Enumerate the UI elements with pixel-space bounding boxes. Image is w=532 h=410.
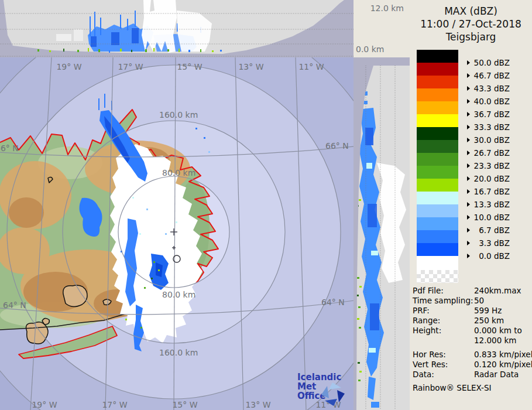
metadata-value: Radar Data [474, 370, 532, 380]
radar-echo-right-white [377, 163, 406, 283]
metadata-label: Data: [413, 370, 474, 380]
radar-display-app: { "header": { "product": "MAX (dBZ)", "d… [0, 0, 532, 410]
radar-map-panel: 19° W 17° W 15° W 13° W 11° W 19° W 17° … [0, 57, 353, 410]
radar-echo-right-blue [359, 91, 384, 408]
metadata-value: 599 Hz [474, 306, 532, 316]
metadata-value: 0.000 km to [474, 326, 532, 336]
metadata-value: 240km.max [474, 286, 532, 296]
legend-swatch [417, 179, 458, 192]
legend-swatch [417, 153, 458, 166]
metadata-label: Height: [413, 326, 474, 336]
legend-row: 0.0 dBZ [417, 243, 528, 256]
height-axis-min-label: 0.0 km [356, 45, 384, 54]
legend-row: 13.3 dBZ [417, 192, 528, 204]
legend-row: 33.3 dBZ [417, 114, 528, 127]
legend-row: 16.7 dBZ [417, 179, 528, 192]
legend-row: 36.7 dBZ [417, 101, 528, 114]
legend-swatch [417, 166, 458, 179]
legend-row: 23.3 dBZ [417, 153, 528, 166]
dbz-color-legend: 50.0 dBZ 46.7 dBZ 43.3 dBZ 40.0 dBZ 36.7… [417, 50, 528, 283]
metadata-label: Pdf File: [413, 286, 474, 296]
metadata-label: Vert Res: [413, 360, 474, 370]
metadata-row: Hor Res:0.833 km/pixel [413, 350, 532, 360]
legend-swatch [417, 204, 458, 217]
product-name: MAX (dBZ) [410, 5, 532, 18]
cross-section-top-panel [0, 0, 353, 57]
metadata-row: Pdf File:240km.max [413, 286, 532, 296]
metadata-value: 0.120 km/pixel [474, 360, 532, 370]
legend-swatch [417, 230, 458, 243]
radar-map-canvas [0, 57, 353, 410]
legend-swatch [417, 101, 458, 114]
info-sidebar: MAX (dBZ) 11:00 / 27-Oct-2018 Teigsbjarg… [410, 0, 532, 410]
legend-swatch [417, 243, 458, 256]
legend-swatch [417, 127, 458, 140]
legend-row: 10.0 dBZ [417, 204, 528, 217]
cross-section-right-canvas [353, 57, 410, 410]
cross-section-top-canvas [0, 0, 353, 57]
legend-row: 26.7 dBZ [417, 140, 528, 153]
product-datetime: 11:00 / 27-Oct-2018 [410, 18, 532, 30]
cross-section-right-panel [353, 57, 410, 410]
legend-row: 6.7 dBZ [417, 217, 528, 230]
metadata-row: Range:250 km [413, 316, 532, 326]
metadata-row: Vert Res:0.120 km/pixel [413, 360, 532, 370]
legend-value: 0.0 dBZ [473, 252, 510, 260]
legend-band-below-zero [417, 256, 458, 270]
metadata-label: Hor Res: [413, 350, 474, 360]
metadata-label: PRF: [413, 306, 474, 316]
legend-swatch [417, 140, 458, 153]
met-office-logo: Icelandic Met Office [297, 373, 353, 401]
metadata-row: Height:0.000 km to [413, 326, 532, 336]
legend-swatch [417, 192, 458, 204]
legend-row: 43.3 dBZ [417, 76, 528, 88]
metadata-value: 12.000 km [474, 336, 532, 346]
legend-swatch [417, 63, 458, 76]
legend-swatch [417, 88, 458, 101]
metadata-label [413, 336, 474, 346]
metadata-value: 250 km [474, 316, 532, 326]
legend-swatch [417, 114, 458, 127]
legend-swatch [417, 50, 458, 63]
height-axis-max-label: 12.0 km [370, 4, 404, 13]
pinwheel-icon [321, 382, 345, 406]
legend-tick-arrow-icon [467, 254, 470, 258]
legend-row: 3.3 dBZ [417, 230, 528, 243]
metadata-label: Range: [413, 316, 474, 326]
product-metadata: Pdf File:240km.max Time sampling:50 PRF:… [413, 286, 532, 392]
radar-site-name: Teigsbjarg [410, 30, 532, 43]
metadata-row: Data:Radar Data [413, 370, 532, 380]
legend-swatch [417, 76, 458, 88]
metadata-value: 0.833 km/pixel [474, 350, 532, 360]
legend-row: 40.0 dBZ [417, 88, 528, 101]
product-title-block: MAX (dBZ) 11:00 / 27-Oct-2018 Teigsbjarg [410, 5, 532, 43]
metadata-row: PRF:599 Hz [413, 306, 532, 316]
software-brand: Rainbow® SELEX-SI [413, 383, 532, 392]
height-axis-corner: 12.0 km 0.0 km [353, 0, 410, 57]
legend-row: 30.0 dBZ [417, 127, 528, 140]
legend-row: 50.0 dBZ [417, 50, 528, 63]
metadata-row: Time sampling:50 [413, 296, 532, 306]
metadata-row: 12.000 km [413, 336, 532, 346]
legend-row: 20.0 dBZ [417, 166, 528, 179]
legend-swatch [417, 217, 458, 230]
metadata-value: 50 [474, 296, 532, 306]
legend-band-transparent [417, 270, 458, 283]
metadata-label: Time sampling: [413, 296, 474, 306]
legend-row: 46.7 dBZ [417, 63, 528, 76]
